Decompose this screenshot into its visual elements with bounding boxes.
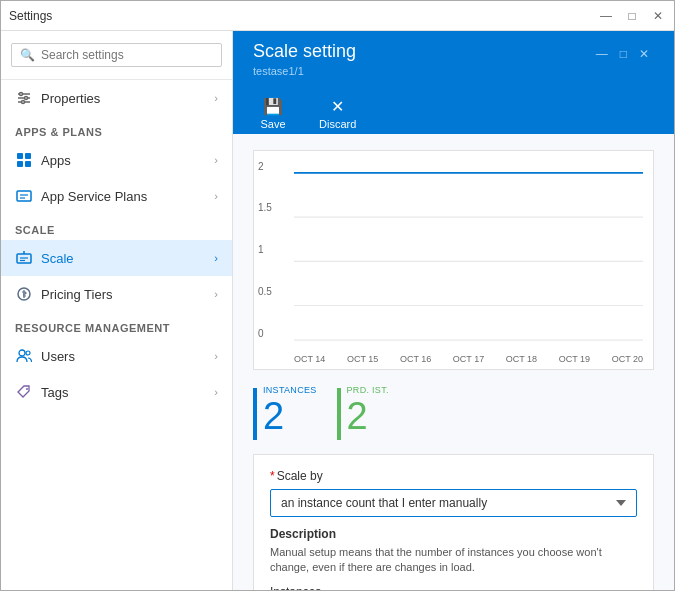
instance-block-0: INSTANCES 2 [253, 386, 317, 440]
sidebar-item-users[interactable]: Users › [1, 338, 232, 374]
sidebar-item-tags[interactable]: Tags › [1, 374, 232, 410]
chart-x-labels: OCT 14 OCT 15 OCT 16 OCT 17 OCT 18 OCT 1… [294, 354, 643, 364]
content-close-button[interactable]: ✕ [634, 45, 654, 63]
search-area: 🔍 [1, 31, 232, 80]
search-box[interactable]: 🔍 [11, 43, 222, 67]
apps-icon [15, 151, 33, 169]
pricing-tiers-label: Pricing Tiers [41, 287, 113, 302]
scale-icon [15, 249, 33, 267]
x-oct14: OCT 14 [294, 354, 325, 364]
chart-container: 2 1.5 1 0.5 0 [253, 150, 654, 370]
scale-by-select[interactable]: an instance count that I enter manually … [270, 489, 637, 517]
pricing-icon [15, 285, 33, 303]
chevron-right-icon: › [214, 350, 218, 362]
tags-icon [15, 383, 33, 401]
title-bar: Settings — □ ✕ [1, 1, 674, 31]
instances-label: Instances [270, 585, 637, 590]
properties-label: Properties [41, 91, 100, 106]
instance-value-0: 2 [263, 397, 317, 435]
scale-section: * Scale by an instance count that I ente… [253, 454, 654, 590]
y-label-1: 1 [258, 244, 272, 255]
x-oct17: OCT 17 [453, 354, 484, 364]
svg-rect-10 [17, 191, 31, 201]
chevron-right-icon: › [214, 252, 218, 264]
chevron-right-icon: › [214, 190, 218, 202]
content-body: 2 1.5 1 0.5 0 [233, 134, 674, 590]
y-label-0: 0 [258, 328, 272, 339]
discard-label: Discard [319, 118, 356, 130]
svg-rect-6 [17, 153, 23, 159]
svg-point-19 [26, 351, 30, 355]
resource-mgmt-section-label: RESOURCE MANAGEMENT [1, 312, 232, 338]
scale-by-label: * Scale by [270, 469, 637, 483]
app-service-plans-label: App Service Plans [41, 189, 147, 204]
sidebar: 🔍 [1, 31, 233, 590]
window-title: Settings [9, 9, 52, 23]
svg-point-3 [20, 93, 23, 96]
users-icon [15, 347, 33, 365]
page-subtitle: testase1/1 [253, 65, 356, 77]
discard-button[interactable]: ✕ Discard [313, 93, 362, 134]
search-icon: 🔍 [20, 48, 35, 62]
y-label-1-5: 1.5 [258, 202, 272, 213]
instances-row: INSTANCES 2 PRD. IST. 2 [253, 386, 654, 440]
save-icon: 💾 [263, 97, 283, 116]
chart-y-labels: 2 1.5 1 0.5 0 [258, 161, 272, 339]
svg-rect-9 [25, 161, 31, 167]
content-window-controls: — □ ✕ [591, 41, 654, 63]
search-input[interactable] [41, 48, 213, 62]
window-frame: Settings — □ ✕ 🔍 [0, 0, 675, 591]
app-service-icon [15, 187, 33, 205]
svg-rect-8 [17, 161, 23, 167]
x-oct20: OCT 20 [612, 354, 643, 364]
y-label-0-5: 0.5 [258, 286, 272, 297]
sidebar-item-scale[interactable]: Scale › [1, 240, 232, 276]
minimize-button[interactable]: — [598, 9, 614, 23]
instance-label-1: PRD. IST. [347, 386, 389, 395]
sidebar-item-properties[interactable]: Properties › [1, 80, 232, 116]
page-title: Scale setting [253, 41, 356, 63]
chart-svg [294, 161, 643, 364]
sidebar-item-apps[interactable]: Apps › [1, 142, 232, 178]
instance-bar-green [337, 388, 341, 440]
window-controls: — □ ✕ [598, 9, 666, 23]
toolbar: 💾 Save ✕ Discard [253, 87, 654, 134]
x-oct16: OCT 16 [400, 354, 431, 364]
content-minimize-button[interactable]: — [591, 45, 613, 63]
save-button[interactable]: 💾 Save [253, 93, 293, 134]
chevron-right-icon: › [214, 386, 218, 398]
instance-label-0: INSTANCES [263, 386, 317, 395]
chevron-right-icon: › [214, 288, 218, 300]
svg-point-5 [22, 101, 25, 104]
content-maximize-button[interactable]: □ [615, 45, 632, 63]
chevron-right-icon: › [214, 92, 218, 104]
discard-icon: ✕ [331, 97, 344, 116]
x-oct18: OCT 18 [506, 354, 537, 364]
users-label: Users [41, 349, 75, 364]
svg-point-18 [19, 350, 25, 356]
instance-value-1: 2 [347, 397, 389, 435]
chevron-right-icon: › [214, 154, 218, 166]
description-text: Manual setup means that the number of in… [270, 545, 637, 576]
main-layout: 🔍 [1, 31, 674, 590]
description-label: Description [270, 527, 637, 541]
instance-bar-blue [253, 388, 257, 440]
scale-section-label: SCALE [1, 214, 232, 240]
sidebar-item-pricing-tiers[interactable]: Pricing Tiers › [1, 276, 232, 312]
close-button[interactable]: ✕ [650, 9, 666, 23]
required-star: * [270, 469, 275, 483]
x-oct19: OCT 19 [559, 354, 590, 364]
content-area: Scale setting testase1/1 — □ ✕ 💾 Save [233, 31, 674, 590]
sidebar-item-app-service-plans[interactable]: App Service Plans › [1, 178, 232, 214]
tags-label: Tags [41, 385, 68, 400]
content-header: Scale setting testase1/1 — □ ✕ 💾 Save [233, 31, 674, 134]
scale-label: Scale [41, 251, 74, 266]
apps-label: Apps [41, 153, 71, 168]
svg-point-4 [25, 97, 28, 100]
maximize-button[interactable]: □ [624, 9, 640, 23]
svg-rect-7 [25, 153, 31, 159]
sliders-icon [15, 89, 33, 107]
svg-point-20 [26, 388, 28, 390]
instance-block-1: PRD. IST. 2 [337, 386, 389, 440]
save-label: Save [260, 118, 285, 130]
